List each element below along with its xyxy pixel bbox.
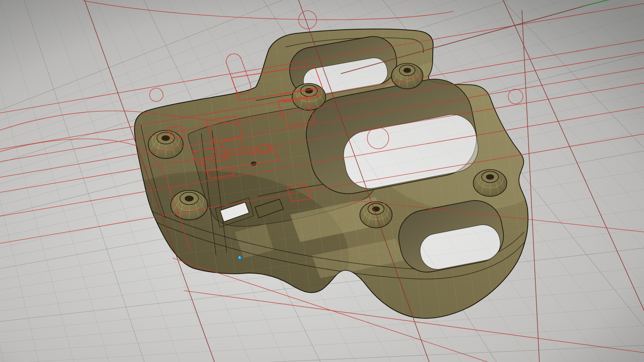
boss-hole <box>185 195 194 201</box>
point-marker-dot[interactable] <box>238 256 242 260</box>
standoff-boss[interactable] <box>473 170 507 196</box>
sketch-point-marker[interactable] <box>238 256 242 260</box>
boss-hole <box>486 174 494 180</box>
standoff-boss[interactable] <box>171 190 208 220</box>
boss-hole <box>404 68 411 73</box>
cad-viewport-window[interactable] <box>0 0 644 362</box>
standoff-boss[interactable] <box>148 130 183 159</box>
viewport-canvas[interactable] <box>0 0 644 362</box>
standoff-boss[interactable] <box>391 63 423 89</box>
point-marker-highlight <box>239 257 240 258</box>
boss-hole <box>162 135 170 141</box>
